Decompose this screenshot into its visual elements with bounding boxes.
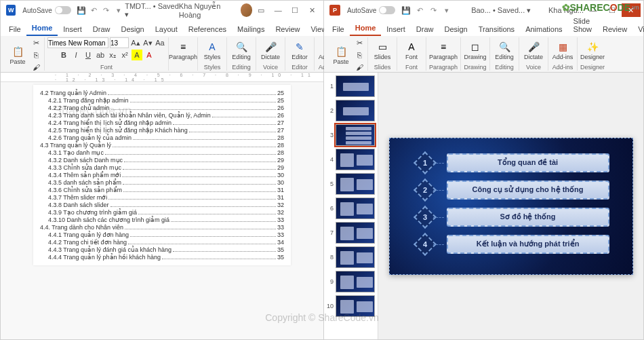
paste-button[interactable]: 📋 Paste: [329, 42, 353, 68]
toc-entry[interactable]: 4.4.2 Trang chi tiết đơn hàng34: [40, 239, 284, 246]
slide-thumb-5[interactable]: [336, 173, 375, 195]
user-account[interactable]: Kha Nguyễn Hoàng: [179, 2, 253, 19]
tab-view[interactable]: View: [632, 22, 644, 36]
slide-thumb-3[interactable]: [336, 124, 375, 146]
minimize-icon[interactable]: —: [270, 3, 287, 17]
slide-thumb-7[interactable]: [336, 222, 375, 244]
toc-entry[interactable]: 4.2 Trang quản lý Admin25: [40, 90, 284, 96]
addins-button[interactable]: ▦Add-ins: [551, 37, 574, 63]
toc-entry[interactable]: 4.2.3 Trang danh sách tài khoản Nhân viê…: [40, 112, 284, 119]
tab-design[interactable]: Design: [115, 22, 149, 36]
toc-entry[interactable]: 4.3.4 Thêm sản phẩm mới30: [40, 172, 284, 178]
toc-entry[interactable]: 4.2.1 Trang đăng nhập admin25: [40, 97, 284, 104]
new-slide-button[interactable]: ▭Slides: [371, 37, 394, 63]
redo-icon[interactable]: ↷: [101, 5, 110, 16]
agenda-bar[interactable]: Tổng quan đề tài: [447, 153, 609, 172]
slide-thumb-1[interactable]: [336, 75, 375, 97]
undo-icon[interactable]: ↶: [414, 5, 425, 16]
undo-icon[interactable]: ↶: [89, 5, 98, 16]
slide-thumb-8[interactable]: [336, 246, 375, 268]
font-name-combo[interactable]: [47, 37, 108, 48]
italic-button[interactable]: I: [71, 50, 81, 60]
redo-icon[interactable]: ↷: [428, 5, 439, 16]
tab-insert[interactable]: Insert: [381, 22, 411, 36]
grow-font-icon[interactable]: A▴: [130, 37, 141, 48]
font-button[interactable]: AFont: [400, 37, 423, 63]
highlight-icon[interactable]: A: [132, 50, 142, 60]
tab-draw[interactable]: Draw: [411, 22, 439, 36]
document-name[interactable]: Bao... • Saved... ▾: [471, 6, 531, 15]
tab-slide-show[interactable]: Slide Show: [568, 14, 598, 36]
agenda-item-1[interactable]: 1: [417, 155, 433, 171]
slide-thumb-6[interactable]: [336, 197, 375, 219]
tab-review[interactable]: Review: [597, 22, 632, 36]
toc-entry[interactable]: 4.3.2 Danh sách Danh mục29: [40, 157, 284, 164]
tab-mailings[interactable]: Mailings: [232, 22, 270, 36]
styles-button[interactable]: A Styles: [201, 37, 224, 63]
tab-insert[interactable]: Insert: [58, 22, 87, 36]
toc-entry[interactable]: 4.3.7 Thêm slider mới31: [40, 194, 284, 201]
save-icon[interactable]: 💾: [401, 5, 411, 16]
copy-icon[interactable]: ⎘: [31, 50, 41, 60]
autosave-switch[interactable]: [379, 6, 395, 14]
shrink-font-icon[interactable]: A▾: [142, 37, 153, 48]
tab-home[interactable]: Home: [26, 21, 58, 36]
toc-entry[interactable]: 4.3.9 Tạo chương trình giảm giá32: [40, 209, 284, 216]
autosave-switch[interactable]: [55, 6, 71, 14]
qat-more-icon[interactable]: ▾: [114, 5, 123, 16]
ruler[interactable]: · 1 · 2 · 3 · 4 · 5 · 6 · 7 · 8 · 9 · 10…: [1, 73, 323, 82]
format-painter-icon[interactable]: 🖌: [31, 62, 41, 73]
document-page[interactable]: ShareCode.vn 4.2 Trang quản lý Admin254.…: [33, 85, 291, 265]
toc-entry[interactable]: 4.3.10 Danh sách các chương trình giảm g…: [40, 216, 284, 223]
tab-home[interactable]: Home: [350, 21, 382, 36]
ribbon-opts-icon[interactable]: ▭: [252, 3, 269, 17]
agenda-bar[interactable]: Công cụ sử dụng cho hệ thống: [447, 181, 609, 200]
tab-design[interactable]: Design: [439, 22, 472, 36]
slide-editor[interactable]: 1Tổng quan đề tài2Công cụ sử dụng cho hệ…: [378, 73, 643, 339]
toc-entry[interactable]: 4.3.1 Tạo danh mục28: [40, 149, 284, 156]
agenda-item-4[interactable]: 4: [417, 236, 433, 252]
agenda-bar[interactable]: Sơ đồ hệ thống: [447, 208, 609, 227]
drawing-button[interactable]: ◻Drawing: [464, 37, 487, 63]
font-color-icon[interactable]: A: [144, 50, 155, 60]
slide-thumb-10[interactable]: [336, 295, 375, 317]
toc-entry[interactable]: 4.3.6 Chỉnh sửa sản phẩm31: [40, 187, 284, 193]
agenda-item-3[interactable]: 3: [417, 209, 433, 225]
copy-icon[interactable]: ⎘: [354, 50, 365, 60]
document-name[interactable]: TMDT... • Saved ▾: [125, 2, 179, 19]
agenda-bar[interactable]: Kết luận và hướng phát triển: [447, 235, 609, 254]
dictate-button[interactable]: 🎤Dictate: [522, 37, 545, 63]
designer-button[interactable]: ✨Designer: [581, 37, 604, 63]
autosave-toggle[interactable]: AutoSave: [22, 6, 71, 14]
strike-button[interactable]: ab: [95, 50, 106, 60]
toc-entry[interactable]: 4.3.5 danh sách sản phẩm30: [40, 179, 284, 186]
close-icon[interactable]: ✕: [304, 3, 321, 17]
toc-entry[interactable]: 4.4. Trang dành cho Nhân viên33: [40, 224, 284, 231]
subscript-button[interactable]: x₂: [107, 50, 118, 60]
toc-entry[interactable]: 4.2.4 Trang hiển thị lịch sử đăng nhập a…: [40, 119, 284, 126]
save-icon[interactable]: 💾: [77, 5, 86, 16]
editing-button[interactable]: 🔍Editing: [493, 37, 516, 63]
slide-thumb-2[interactable]: [336, 100, 375, 121]
slide-thumb-4[interactable]: [336, 149, 375, 170]
tab-file[interactable]: File: [3, 22, 26, 36]
tab-references[interactable]: References: [183, 22, 232, 36]
toc-entry[interactable]: 4.3 Trang quản lý Quản lý28: [40, 142, 284, 149]
tab-transitions[interactable]: Transitions: [473, 22, 520, 36]
tab-review[interactable]: Review: [270, 22, 305, 36]
slide-thumb-9[interactable]: [336, 271, 375, 292]
editing-button[interactable]: 🔍 Editing: [230, 37, 253, 63]
font-size-combo[interactable]: [110, 37, 129, 48]
qat-more-icon[interactable]: ▾: [441, 5, 452, 16]
paragraph-button[interactable]: ≡ Paragraph: [172, 37, 195, 63]
agenda-item-2[interactable]: 2: [417, 182, 433, 198]
maximize-icon[interactable]: ☐: [287, 3, 304, 17]
underline-button[interactable]: U: [83, 50, 94, 60]
tab-animations[interactable]: Animations: [520, 22, 567, 36]
bold-button[interactable]: B: [58, 50, 69, 60]
current-slide[interactable]: 1Tổng quan đề tài2Công cụ sử dụng cho hệ…: [389, 138, 633, 275]
toc-entry[interactable]: 4.4.3 Trang quản lý đánh giá của khách h…: [40, 246, 284, 253]
toc-entry[interactable]: 4.2.6 Trang quản lý của admin28: [40, 134, 284, 141]
superscript-button[interactable]: x²: [119, 50, 130, 60]
toc-entry[interactable]: 4.3.8 Danh sách slider32: [40, 202, 284, 208]
